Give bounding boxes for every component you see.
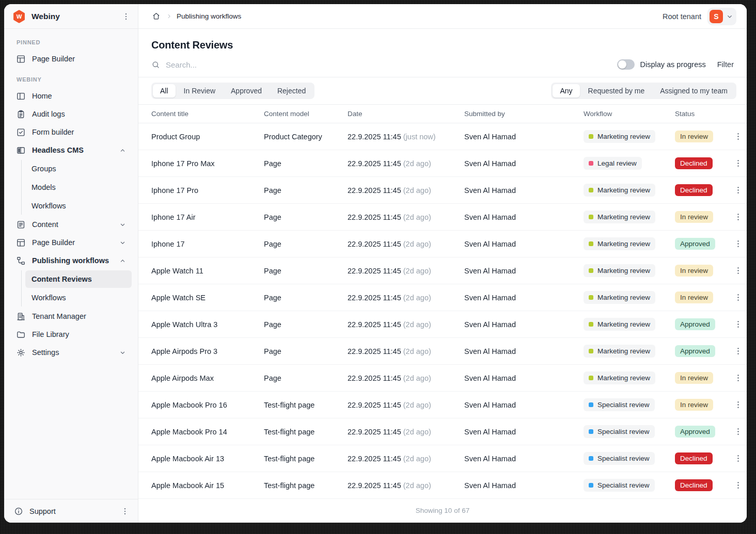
tab-scope-assigned-to-my-team[interactable]: Assigned to my team [653,84,735,98]
table-row[interactable]: Apple Watch Ultra 3Page22.9.2025 11:45 (… [138,311,747,338]
row-actions-kebab-icon[interactable] [732,426,744,438]
sidebar-item-workflows[interactable]: Workflows [25,197,132,215]
sidebar-header: W Webiny [4,4,138,29]
row-actions-kebab-icon[interactable] [732,292,744,303]
sidebar-item-home[interactable]: Home [10,87,132,105]
row-actions-kebab-icon[interactable] [732,372,744,384]
sidebar-item-workflows[interactable]: Workflows [25,289,132,306]
sidebar-item-label: Settings [32,348,113,357]
brand-name: Webiny [32,12,115,21]
row-actions-kebab-icon[interactable] [732,211,744,223]
filter-button[interactable]: Filter [717,60,734,69]
workflow-pill: Marketing review [584,318,655,331]
table-row[interactable]: Apple Macbook Pro 14Test-flight page22.9… [138,418,747,445]
form-builder-icon [15,127,26,137]
sidebar-item-tenant-manager[interactable]: Tenant Manager [10,308,132,325]
cell-status: Approved [675,426,721,438]
cell-date: 22.9.2025 11:45 (2d ago) [348,213,464,221]
date-relative: (2d ago) [403,186,431,195]
sidebar-item-page-builder[interactable]: Page Builder [10,50,132,68]
cell-workflow: Legal review [584,157,675,170]
account-menu-button[interactable]: S [707,8,736,25]
table-row[interactable]: Iphone 17 AirPage22.9.2025 11:45 (2d ago… [138,204,747,231]
tab-scope-requested-by-me[interactable]: Requested by me [581,84,652,98]
tenant-manager-icon [15,312,26,321]
cell-submitted-by: Sven Al Hamad [464,240,584,248]
tab-status-all[interactable]: All [153,84,176,98]
tab-status-in-review[interactable]: In Review [177,84,223,98]
date-relative: (2d ago) [403,374,431,382]
tab-status-approved[interactable]: Approved [224,84,269,98]
table-row[interactable]: Apple Macbook Air 15Test-flight page22.9… [138,472,747,499]
row-actions-kebab-icon[interactable] [732,345,744,357]
table-row[interactable]: Iphone 17 ProPage22.9.2025 11:45 (2d ago… [138,177,747,204]
cell-date: 22.9.2025 11:45 (2d ago) [348,320,464,329]
home-icon[interactable] [151,11,162,22]
cell-content-model: Page [264,294,348,302]
status-badge: In review [675,211,713,223]
tab-status-rejected[interactable]: Rejected [270,84,313,98]
status-badge: Declined [675,157,713,169]
cell-submitted-by: Sven Al Hamad [464,401,584,409]
cell-workflow: Marketing review [584,237,675,250]
table-row[interactable]: Apple Watch SEPage22.9.2025 11:45 (2d ag… [138,284,747,311]
support-kebab-icon[interactable] [119,506,131,517]
chevron-down-icon [726,12,734,21]
table-row[interactable]: Apple Macbook Pro 16Test-flight page22.9… [138,392,747,418]
table-row[interactable]: Iphone 17 Pro MaxPage22.9.2025 11:45 (2d… [138,150,747,177]
sidebar-item-content[interactable]: Content [10,216,132,233]
cell-date: 22.9.2025 11:45 (2d ago) [348,186,464,195]
tab-scope-any[interactable]: Any [553,84,579,98]
row-actions-kebab-icon[interactable] [732,452,744,464]
table-row[interactable]: Apple Macbook Air 13Test-flight page22.9… [138,445,747,472]
sidebar-item-groups[interactable]: Groups [25,160,132,177]
workflow-pill: Specialist review [584,398,655,411]
breadcrumb-item[interactable]: Publishing workflows [177,12,241,20]
display-as-progress-toggle[interactable]: Display as progress [617,59,705,70]
workflow-color-dot [589,429,593,434]
cell-content-title: Apple Macbook Air 15 [151,481,264,490]
cell-date: 22.9.2025 11:45 (2d ago) [348,240,464,248]
row-actions-kebab-icon[interactable] [732,238,744,250]
sidebar-item-label: File Library [32,330,127,338]
table-row[interactable]: Apple Airpods MaxPage22.9.2025 11:45 (2d… [138,365,747,392]
sidebar-item-headless-cms[interactable]: Headless CMS [10,141,132,159]
sidebar-item-label: Page Builder [32,238,113,247]
chevron-down-icon [119,349,127,357]
sidebar-item-audit-logs[interactable]: Audit logs [10,105,132,123]
sidebar-item-models[interactable]: Models [25,179,132,196]
cell-date: 22.9.2025 11:45 (2d ago) [348,347,464,355]
search-input[interactable] [166,60,331,69]
sidebar-menu-kebab-icon[interactable] [120,11,132,22]
sidebar-item-publishing-workflows[interactable]: Publishing workflows [10,252,132,269]
column-header-content-title: Content title [151,110,264,118]
chevron-down-icon [119,239,127,247]
row-actions-kebab-icon[interactable] [732,479,744,491]
sidebar-item-settings[interactable]: Settings [10,344,132,361]
cell-date: 22.9.2025 11:45 (just now) [348,133,464,141]
row-actions-kebab-icon[interactable] [732,157,744,169]
row-actions-kebab-icon[interactable] [732,184,744,196]
table-row[interactable]: Product GroupProduct Category22.9.2025 1… [138,123,747,150]
table-row[interactable]: Apple Airpods Pro 3Page22.9.2025 11:45 (… [138,338,747,365]
cell-status: In review [675,211,721,223]
sidebar-item-content-reviews[interactable]: Content Reviews [25,270,132,288]
row-actions-kebab-icon[interactable] [732,318,744,330]
cell-content-model: Test-flight page [264,401,348,409]
sidebar-item-form-builder[interactable]: Form builder [10,123,132,141]
cell-content-model: Page [264,213,348,221]
row-actions-kebab-icon[interactable] [732,399,744,411]
date-relative: (2d ago) [403,240,431,248]
sidebar-item-page-builder[interactable]: Page Builder [10,234,132,251]
page-builder-icon [15,54,26,64]
table-footer: Showing 10 of 67 [138,499,747,523]
row-actions-kebab-icon[interactable] [732,265,744,277]
sidebar-item-file-library[interactable]: File Library [10,326,132,343]
date-relative: (2d ago) [403,320,431,329]
row-actions-kebab-icon[interactable] [732,131,744,142]
table-row[interactable]: Iphone 17Page22.9.2025 11:45 (2d ago)Sve… [138,231,747,257]
table-row[interactable]: Apple Watch 11Page22.9.2025 11:45 (2d ag… [138,257,747,284]
info-icon [13,507,24,516]
cell-content-model: Page [264,374,348,382]
support-label[interactable]: Support [29,507,56,515]
